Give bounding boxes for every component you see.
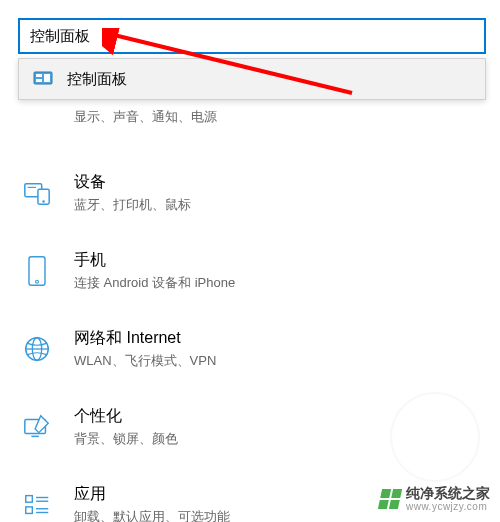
personalize-icon — [20, 412, 54, 442]
svg-rect-10 — [29, 257, 45, 285]
item-title: 个性化 — [74, 406, 178, 427]
svg-point-11 — [36, 280, 39, 283]
devices-icon — [20, 178, 54, 208]
item-desc: 连接 Android 设备和 iPhone — [74, 274, 235, 292]
search-dropdown: 控制面板 — [18, 58, 486, 100]
svg-rect-3 — [36, 79, 42, 82]
settings-item-devices[interactable]: 设备 蓝牙、打印机、鼠标 — [20, 154, 500, 232]
settings-item-phone[interactable]: 手机 连接 Android 设备和 iPhone — [20, 232, 500, 310]
settings-item-system[interactable]: 显示、声音、通知、电源 — [20, 102, 500, 154]
svg-rect-4 — [44, 74, 50, 82]
decorative-circle — [390, 392, 480, 482]
item-title: 设备 — [74, 172, 191, 193]
item-title: 网络和 Internet — [74, 328, 216, 349]
item-title: 应用 — [74, 484, 230, 505]
item-desc: 背景、锁屏、颜色 — [74, 430, 178, 448]
item-desc: 显示、声音、通知、电源 — [74, 108, 217, 126]
globe-icon — [20, 334, 54, 364]
control-panel-icon — [33, 69, 53, 89]
item-desc: 卸载、默认应用、可选功能 — [74, 508, 230, 522]
watermark-logo-icon — [378, 489, 402, 509]
phone-icon — [20, 255, 54, 287]
settings-item-network[interactable]: 网络和 Internet WLAN、飞行模式、VPN — [20, 310, 500, 388]
item-desc: 蓝牙、打印机、鼠标 — [74, 196, 191, 214]
svg-rect-18 — [26, 507, 33, 514]
item-title: 手机 — [74, 250, 235, 271]
search-input[interactable] — [30, 28, 474, 45]
item-desc: WLAN、飞行模式、VPN — [74, 352, 216, 370]
watermark-url: www.ycwjzy.com — [406, 501, 490, 512]
svg-point-8 — [42, 200, 44, 202]
svg-rect-2 — [36, 74, 42, 77]
svg-rect-17 — [26, 496, 33, 503]
svg-rect-5 — [26, 112, 48, 127]
dropdown-item-control-panel[interactable]: 控制面板 — [19, 59, 485, 99]
watermark: 纯净系统之家 www.ycwjzy.com — [380, 486, 490, 512]
dropdown-item-label: 控制面板 — [67, 70, 127, 89]
search-box[interactable] — [18, 18, 486, 54]
watermark-name: 纯净系统之家 — [406, 486, 490, 501]
apps-icon — [20, 490, 54, 520]
